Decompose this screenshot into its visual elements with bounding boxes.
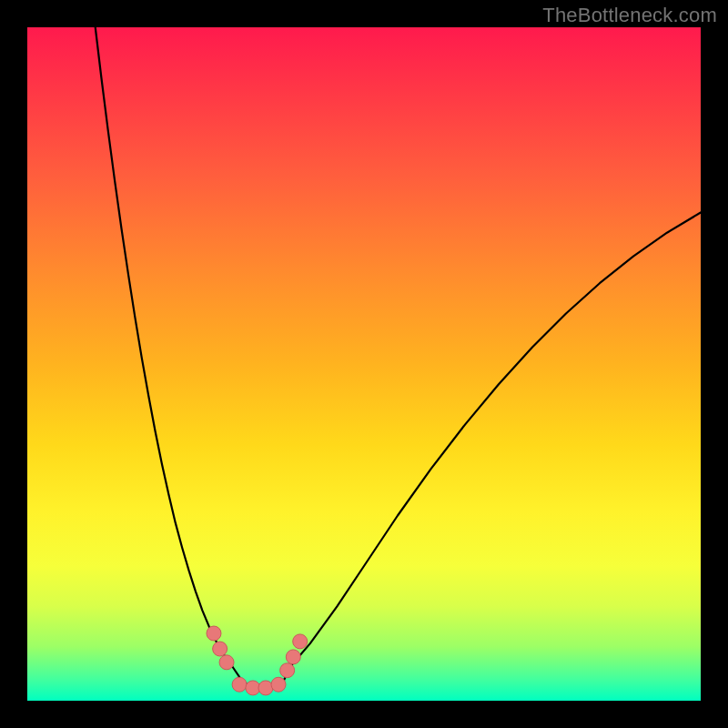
curve-svg [27,27,701,701]
watermark-text: TheBottleneck.com [542,4,717,27]
data-point [293,634,308,649]
data-point [219,655,234,670]
data-point [271,677,286,692]
data-point [258,681,273,695]
data-point [286,650,300,664]
bottleneck-curve [96,27,701,689]
data-point-markers [207,626,308,695]
data-point [232,677,247,692]
chart-outer-frame: TheBottleneck.com [0,0,728,728]
data-point [207,626,221,641]
plot-area [27,27,701,701]
data-point [280,663,295,678]
data-point [213,642,228,656]
